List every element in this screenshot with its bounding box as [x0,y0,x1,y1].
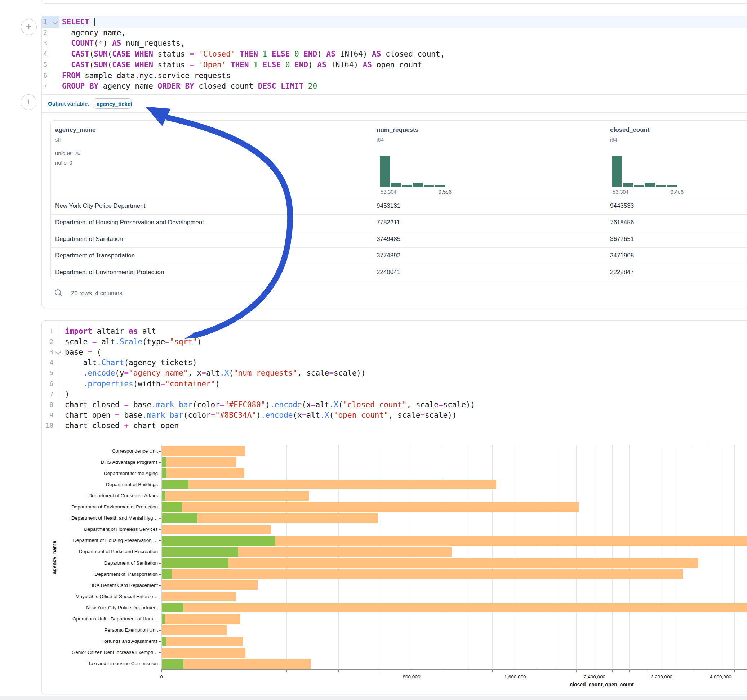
code-line[interactable]: CAST(SUM(CASE WHEN status = 'Closed' THE… [62,49,445,60]
bar-closed-count[interactable] [162,581,258,590]
bar-closed-count[interactable] [162,591,236,601]
histogram-bar [402,185,412,187]
code-line[interactable]: ) [65,389,70,400]
line-number: 5 [37,61,47,68]
line-number: 7 [39,390,53,398]
code-line[interactable]: chart_closed = base.mark_bar(color="#FFC… [65,400,475,410]
bar-open-count[interactable] [162,457,166,467]
histogram-bar [634,185,644,187]
y-axis-label: New York City Police Department [22,605,158,610]
y-axis-line [162,445,162,669]
column-type: i64 [610,136,617,143]
cell-num-requests: 3774892 [377,252,400,259]
code-line[interactable]: alt.Chart(agency_tickets) [65,358,197,368]
gridline [441,445,442,669]
bar-closed-count[interactable] [162,446,245,456]
table-row-count: 20 rows, 4 columns [71,290,122,297]
line-number: 3 [37,39,47,47]
code-line[interactable]: chart_closed + chart_open [65,421,179,431]
bar-open-count[interactable] [162,502,181,512]
bar-open-count[interactable] [162,480,189,489]
x-axis-tick [612,670,612,672]
code-line[interactable]: agency_name, [62,28,126,39]
bar-open-count[interactable] [162,569,171,579]
line-number: 3 [39,348,53,356]
output-variable-label: Output variable: [48,101,89,107]
line-number: 10 [39,422,53,429]
code-line[interactable]: SELECT [62,17,95,28]
bar-open-count[interactable] [162,491,165,501]
table-row[interactable]: Department of Environmental Protection22… [51,264,747,280]
hist-min-label: 53,304 [381,189,396,195]
code-line[interactable]: COUNT(*) AS num_requests, [62,38,185,49]
bar-closed-count[interactable] [162,637,243,646]
code-line[interactable]: FROM sample_data.nyc.service_requests [62,71,231,81]
cell-num-requests: 7782211 [377,219,400,226]
code-line[interactable]: .properties(width="container") [65,379,220,389]
column-type: str [55,136,61,143]
y-axis-label: Department of Consumer Affairs [22,493,158,498]
y-axis-label: Department of Parks and Recreation [22,549,158,554]
bar-open-count[interactable] [162,603,183,612]
bar-closed-count[interactable] [162,569,683,579]
table-row[interactable]: Department of Housing Preservation and D… [51,214,747,231]
output-variable-pill[interactable]: agency_tickets [93,98,132,109]
bar-closed-count[interactable] [162,491,309,501]
x-axis-tick [492,670,493,672]
code-line[interactable]: import altair as alt [65,326,156,337]
table-row[interactable]: Department of Sanitation37494853677651 [51,231,747,247]
bar-closed-count[interactable] [162,480,496,489]
bar-open-count[interactable] [162,536,275,546]
bar-open-count[interactable] [162,547,238,557]
bar-closed-count[interactable] [162,603,747,612]
bar-open-count[interactable] [162,637,166,646]
bar-open-count[interactable] [162,468,166,478]
x-axis-tick [707,670,707,672]
hist-min-label: 53,304 [612,189,628,195]
x-axis-tick [537,670,537,672]
x-axis-tick [594,670,595,672]
code-line[interactable]: GROUP BY agency_name ORDER BY closed_cou… [62,81,317,92]
histogram-bar [424,185,434,187]
bar-open-count[interactable] [162,513,198,523]
code-line[interactable]: CAST(SUM(CASE WHEN status = 'Open' THEN … [62,60,422,71]
add-cell-button-top[interactable]: + [21,19,37,35]
histogram-bar [413,183,423,187]
code-line[interactable]: base = ( [65,347,101,358]
bar-closed-count[interactable] [162,626,227,635]
line-number: 1 [37,18,47,26]
bar-closed-count[interactable] [162,614,240,624]
altair-bar-chart: closed_count, open_count agency_name 080… [0,443,747,693]
cell-closed-count: 3471908 [610,252,634,259]
table-row[interactable]: New York City Police Department945313194… [51,198,747,214]
histogram-bar [391,183,401,187]
histogram-bar [612,156,622,187]
add-cell-button-output[interactable]: + [21,94,36,110]
line-number: 4 [39,359,53,366]
bar-closed-count[interactable] [162,468,244,478]
previous-cell-edge [41,0,747,4]
gridline [612,445,612,669]
code-line[interactable]: .encode(y="agency_name", x=alt.X("num_re… [65,368,366,379]
bar-closed-count[interactable] [162,502,579,512]
bar-closed-count[interactable] [162,457,236,467]
y-axis-tick [159,540,162,541]
y-axis-label: Personal Exemption Unit [22,627,158,633]
code-line[interactable]: chart_open = base.mark_bar(color="#8BC34… [65,410,457,421]
active-line-highlight [42,16,747,28]
bar-closed-count[interactable] [162,558,698,568]
table-row[interactable]: Department of Transportation377489234719… [51,247,747,264]
y-axis-tick [159,496,162,496]
bar-open-count[interactable] [162,659,183,669]
bar-closed-count[interactable] [162,648,245,658]
bar-closed-count[interactable] [162,659,311,669]
code-line[interactable]: scale = alt.Scale(type="sqrt") [65,337,201,347]
bar-open-count[interactable] [162,614,165,624]
line-number: 4 [37,50,47,57]
gutter-divider [60,322,60,434]
bar-closed-count[interactable] [162,525,271,534]
y-axis-label: Correspondence Unit [22,448,158,454]
bar-open-count[interactable] [162,558,228,568]
gridline [662,445,662,669]
y-axis-label: Operations Unit - Department of Hom… [22,616,158,622]
